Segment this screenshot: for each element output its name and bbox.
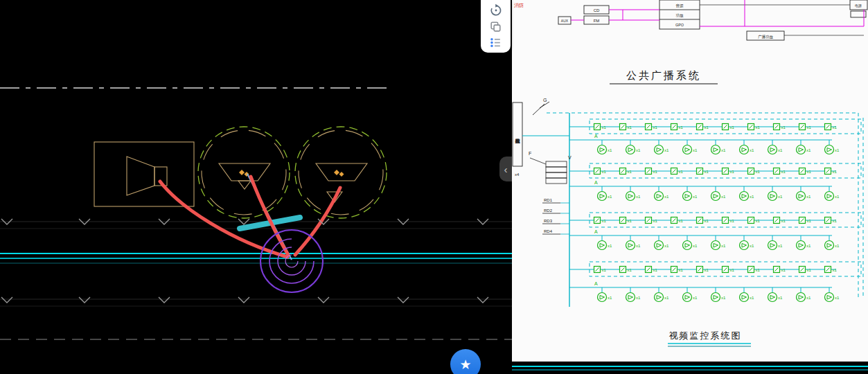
svg-text:x1: x1 bbox=[636, 148, 641, 152]
favorite-fab-button[interactable]: ★ bbox=[450, 349, 481, 374]
red-corner-text: 消防 bbox=[514, 3, 524, 8]
svg-text:x1: x1 bbox=[807, 170, 812, 174]
svg-text:x1: x1 bbox=[664, 195, 669, 199]
svg-text:x1: x1 bbox=[835, 244, 840, 248]
svg-text:x1: x1 bbox=[628, 125, 632, 130]
svg-text:FM: FM bbox=[594, 19, 600, 23]
svg-text:x1: x1 bbox=[750, 148, 754, 152]
pa-title: 公共广播系统 bbox=[626, 69, 701, 81]
svg-text:F: F bbox=[529, 151, 531, 156]
svg-text:功放: 功放 bbox=[676, 13, 684, 18]
svg-text:x1: x1 bbox=[778, 195, 783, 199]
svg-text:x1: x1 bbox=[721, 244, 726, 248]
svg-text:x1: x1 bbox=[756, 170, 761, 174]
svg-text:x1: x1 bbox=[693, 296, 698, 300]
svg-text:x1: x1 bbox=[693, 195, 698, 199]
svg-text:x1: x1 bbox=[807, 268, 812, 272]
svg-text:x1: x1 bbox=[807, 219, 812, 223]
svg-text:x1: x1 bbox=[664, 296, 669, 300]
svg-text:x1: x1 bbox=[653, 268, 658, 272]
svg-text:x1: x1 bbox=[835, 195, 840, 199]
svg-text:x1: x1 bbox=[602, 268, 607, 272]
svg-text:x1: x1 bbox=[835, 296, 840, 300]
svg-text:x1: x1 bbox=[750, 296, 754, 300]
svg-text:x1: x1 bbox=[602, 125, 607, 130]
svg-text:x1: x1 bbox=[756, 219, 761, 223]
svg-text:x1: x1 bbox=[602, 170, 607, 174]
svg-text:x1: x1 bbox=[730, 170, 735, 174]
svg-text:A: A bbox=[594, 229, 598, 234]
svg-text:x1: x1 bbox=[730, 125, 735, 130]
paper-view-panel[interactable]: CD FM AUX 音源 功放 GPO 电源 广播功放 消防 公共广播系统 bbox=[512, 0, 868, 374]
panel-collapse-handle[interactable]: ‹ bbox=[499, 157, 512, 181]
svg-text:x1: x1 bbox=[653, 170, 658, 174]
svg-text:x1: x1 bbox=[756, 268, 761, 272]
svg-text:CD: CD bbox=[594, 8, 600, 12]
svg-text:x1: x1 bbox=[806, 244, 811, 248]
cctv-title: 视频监控系统图 bbox=[669, 330, 742, 341]
svg-text:电源: 电源 bbox=[855, 3, 862, 8]
svg-text:GPO: GPO bbox=[675, 23, 684, 27]
svg-text:x4: x4 bbox=[515, 172, 520, 177]
svg-text:x1: x1 bbox=[664, 244, 669, 248]
svg-text:x1: x1 bbox=[608, 244, 612, 248]
svg-text:x1: x1 bbox=[679, 125, 684, 130]
svg-text:x1: x1 bbox=[628, 268, 632, 272]
svg-text:x1: x1 bbox=[778, 244, 783, 248]
svg-text:x1: x1 bbox=[807, 125, 812, 130]
svg-text:x1: x1 bbox=[664, 148, 669, 152]
svg-text:x1: x1 bbox=[628, 219, 632, 223]
svg-text:x1: x1 bbox=[781, 125, 786, 130]
sheets-icon bbox=[489, 20, 502, 33]
svg-text:x1: x1 bbox=[636, 195, 641, 199]
svg-text:RD1: RD1 bbox=[544, 198, 553, 202]
svg-text:x1: x1 bbox=[608, 296, 612, 300]
svg-text:x1: x1 bbox=[721, 195, 726, 199]
svg-text:A: A bbox=[594, 134, 598, 139]
svg-text:x1: x1 bbox=[679, 170, 684, 174]
svg-text:x1: x1 bbox=[806, 296, 811, 300]
svg-text:x1: x1 bbox=[806, 148, 811, 152]
svg-text:A: A bbox=[594, 180, 598, 185]
sheet-bottom-strip bbox=[512, 362, 868, 374]
svg-text:x1: x1 bbox=[628, 170, 632, 174]
svg-text:G: G bbox=[543, 98, 547, 103]
svg-text:x1: x1 bbox=[756, 125, 761, 130]
svg-text:x1: x1 bbox=[636, 244, 641, 248]
sheet-switch-button[interactable] bbox=[488, 19, 504, 33]
svg-text:RD3: RD3 bbox=[544, 219, 553, 223]
svg-text:x1: x1 bbox=[653, 125, 658, 130]
sheet-drawing: CD FM AUX 音源 功放 GPO 电源 广播功放 消防 公共广播系统 bbox=[512, 0, 868, 374]
svg-text:RD4: RD4 bbox=[544, 229, 553, 233]
svg-text:x1: x1 bbox=[781, 170, 786, 174]
view-toolbar bbox=[481, 0, 511, 53]
svg-text:x1: x1 bbox=[608, 148, 612, 152]
svg-text:x1: x1 bbox=[730, 268, 735, 272]
svg-text:x1: x1 bbox=[636, 296, 641, 300]
dark-canvas-drawing bbox=[0, 0, 512, 374]
svg-text:x1: x1 bbox=[750, 244, 754, 248]
svg-text:x1: x1 bbox=[750, 195, 754, 199]
svg-text:RD2: RD2 bbox=[544, 208, 553, 213]
model-view-panel[interactable]: ‹ ★ bbox=[0, 0, 512, 374]
svg-text:x1: x1 bbox=[693, 148, 698, 152]
svg-text:x1: x1 bbox=[679, 268, 684, 272]
svg-text:x1: x1 bbox=[705, 219, 709, 223]
rotate-view-button[interactable] bbox=[488, 3, 504, 17]
svg-text:x1: x1 bbox=[833, 268, 838, 272]
svg-text:x1: x1 bbox=[602, 219, 607, 223]
svg-text:广播功放: 广播功放 bbox=[758, 35, 774, 39]
svg-text:x1: x1 bbox=[608, 195, 612, 199]
svg-text:x1: x1 bbox=[705, 170, 709, 174]
svg-text:x1: x1 bbox=[778, 148, 783, 152]
svg-text:音源: 音源 bbox=[676, 3, 684, 8]
svg-text:A: A bbox=[594, 281, 598, 286]
svg-text:x1: x1 bbox=[781, 219, 786, 223]
layers-button[interactable] bbox=[488, 35, 504, 49]
layer-list-icon bbox=[489, 36, 502, 49]
svg-text:x1: x1 bbox=[721, 148, 726, 152]
svg-text:AUX: AUX bbox=[561, 19, 569, 23]
svg-text:x1: x1 bbox=[835, 148, 840, 152]
svg-text:x1: x1 bbox=[705, 125, 709, 130]
svg-text:x1: x1 bbox=[833, 219, 838, 223]
